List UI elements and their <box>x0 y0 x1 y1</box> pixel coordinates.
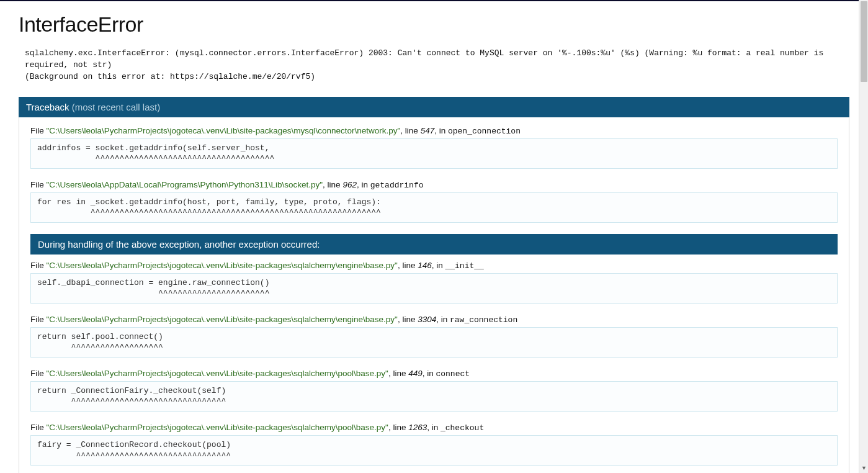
scroll-down-icon[interactable]: ▼ <box>859 464 868 473</box>
traceback-title: Traceback <box>26 102 69 112</box>
label-file: File <box>30 315 47 324</box>
scrollbar[interactable]: ▲ ▼ <box>859 0 868 473</box>
label-file: File <box>30 423 47 432</box>
frame-code[interactable]: return _ConnectionFairy._checkout(self) … <box>30 381 838 412</box>
frame-header: File "C:\Users\leola\PycharmProjects\jog… <box>30 423 838 433</box>
frame-function: getaddrinfo <box>370 181 424 190</box>
traceback-frame[interactable]: File "C:\Users\leola\PycharmProjects\jog… <box>30 315 838 358</box>
label-file: File <box>30 180 47 189</box>
frame-line-number: 962 <box>342 180 357 189</box>
frame-header: File "C:\Users\leola\PycharmProjects\jog… <box>30 261 838 271</box>
traceback-subtitle: (most recent call last) <box>72 102 161 112</box>
label-in: , in <box>423 369 436 378</box>
frame-function: _checkout <box>441 423 484 433</box>
label-line: , line <box>388 423 408 432</box>
pre-exception-frames: File "C:\Users\leola\PycharmProjects\jog… <box>30 126 838 223</box>
frame-line-number: 146 <box>418 261 432 270</box>
frame-function: connect <box>436 369 470 379</box>
frame-code[interactable]: for res in _socket.getaddrinfo(host, por… <box>30 192 838 223</box>
label-file: File <box>30 261 47 270</box>
frame-code[interactable]: self._dbapi_connection = engine.raw_conn… <box>30 273 838 304</box>
traceback-frame[interactable]: File "C:\Users\leola\PycharmProjects\jog… <box>30 261 838 304</box>
frame-line-number: 449 <box>408 369 423 378</box>
label-in: , in <box>427 423 441 432</box>
traceback-frame[interactable]: File "C:\Users\leola\AppData\Local\Progr… <box>30 180 838 223</box>
label-in: , in <box>434 126 448 135</box>
traceback-frame[interactable]: File "C:\Users\leola\PycharmProjects\jog… <box>30 369 838 412</box>
frame-path: "C:\Users\leola\PycharmProjects\jogoteca… <box>47 369 388 378</box>
frame-header: File "C:\Users\leola\PycharmProjects\jog… <box>30 126 838 136</box>
traceback-section: Traceback (most recent call last) File "… <box>19 97 849 473</box>
traceback-frame[interactable]: File "C:\Users\leola\PycharmProjects\jog… <box>30 126 838 169</box>
label-in: , in <box>432 261 445 270</box>
frame-path: "C:\Users\leola\AppData\Local\Programs\P… <box>47 180 323 189</box>
frame-line-number: 3304 <box>418 315 436 324</box>
frame-line-number: 547 <box>421 126 435 135</box>
frame-code[interactable]: return self.pool.connect() ^^^^^^^^^^^^^… <box>30 327 838 358</box>
frame-function: open_connection <box>448 127 521 136</box>
frame-code[interactable]: fairy = _ConnectionRecord.checkout(pool)… <box>30 435 838 466</box>
error-page: InterfaceError sqlalchemy.exc.InterfaceE… <box>0 1 868 473</box>
frame-path: "C:\Users\leola\PycharmProjects\jogoteca… <box>47 315 398 324</box>
traceback-header: Traceback (most recent call last) <box>19 97 849 117</box>
frame-function: __init__ <box>445 261 483 271</box>
label-line: , line <box>400 126 420 135</box>
frame-path: "C:\Users\leola\PycharmProjects\jogoteca… <box>47 126 401 135</box>
label-in: , in <box>357 180 370 189</box>
label-line: , line <box>398 315 418 324</box>
frame-header: File "C:\Users\leola\AppData\Local\Progr… <box>30 180 838 190</box>
post-exception-frames: File "C:\Users\leola\PycharmProjects\jog… <box>30 261 838 473</box>
scroll-thumb[interactable] <box>861 1 867 82</box>
label-line: , line <box>323 180 342 189</box>
frame-code[interactable]: addrinfos = socket.getaddrinfo(self.serv… <box>30 138 838 169</box>
during-exception-header: During handling of the above exception, … <box>30 234 838 255</box>
label-in: , in <box>436 315 450 324</box>
frame-header: File "C:\Users\leola\PycharmProjects\jog… <box>30 315 838 325</box>
label-file: File <box>30 126 47 135</box>
error-message: sqlalchemy.exc.InterfaceError: (mysql.co… <box>25 48 849 83</box>
frame-header: File "C:\Users\leola\PycharmProjects\jog… <box>30 369 838 379</box>
frame-path: "C:\Users\leola\PycharmProjects\jogoteca… <box>47 423 388 432</box>
label-line: , line <box>388 369 408 378</box>
frame-path: "C:\Users\leola\PycharmProjects\jogoteca… <box>47 261 398 270</box>
traceback-body: File "C:\Users\leola\PycharmProjects\jog… <box>19 117 849 473</box>
label-line: , line <box>398 261 418 270</box>
label-file: File <box>30 369 47 378</box>
frame-line-number: 1263 <box>408 423 427 432</box>
traceback-frame[interactable]: File "C:\Users\leola\PycharmProjects\jog… <box>30 423 838 466</box>
frame-function: raw_connection <box>450 315 517 325</box>
page-title: InterfaceError <box>19 12 849 37</box>
